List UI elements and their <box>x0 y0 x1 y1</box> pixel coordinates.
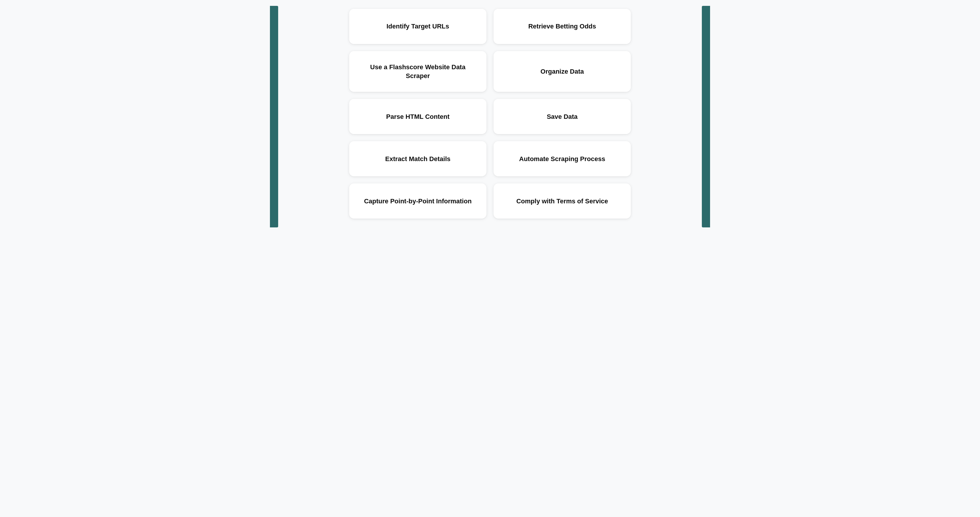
card-label-retrieve-betting-odds: Retrieve Betting Odds <box>528 22 596 31</box>
page-wrapper: Identify Target URLsRetrieve Betting Odd… <box>270 6 710 227</box>
card-label-comply-terms-of-service: Comply with Terms of Service <box>516 197 608 206</box>
card-identify-target-urls[interactable]: Identify Target URLs <box>349 9 487 44</box>
right-sidebar <box>702 6 710 227</box>
card-grid: Identify Target URLsRetrieve Betting Odd… <box>349 9 631 219</box>
card-label-identify-target-urls: Identify Target URLs <box>387 22 449 31</box>
card-retrieve-betting-odds[interactable]: Retrieve Betting Odds <box>493 9 631 44</box>
card-label-capture-point-by-point: Capture Point-by-Point Information <box>364 197 472 206</box>
card-label-parse-html-content: Parse HTML Content <box>386 112 450 121</box>
card-use-flashscore-scraper[interactable]: Use a Flashscore Website Data Scraper <box>349 51 487 92</box>
card-label-organize-data: Organize Data <box>541 67 584 76</box>
card-comply-terms-of-service[interactable]: Comply with Terms of Service <box>493 183 631 219</box>
card-label-use-flashscore-scraper: Use a Flashscore Website Data Scraper <box>358 63 478 80</box>
main-content: Identify Target URLsRetrieve Betting Odd… <box>278 6 702 227</box>
card-parse-html-content[interactable]: Parse HTML Content <box>349 99 487 134</box>
card-save-data[interactable]: Save Data <box>493 99 631 134</box>
left-sidebar <box>270 6 278 227</box>
card-label-extract-match-details: Extract Match Details <box>385 154 451 164</box>
card-extract-match-details[interactable]: Extract Match Details <box>349 141 487 177</box>
card-automate-scraping-process[interactable]: Automate Scraping Process <box>493 141 631 177</box>
card-label-automate-scraping-process: Automate Scraping Process <box>519 154 605 164</box>
card-label-save-data: Save Data <box>547 112 578 121</box>
card-organize-data[interactable]: Organize Data <box>493 51 631 92</box>
card-capture-point-by-point[interactable]: Capture Point-by-Point Information <box>349 183 487 219</box>
